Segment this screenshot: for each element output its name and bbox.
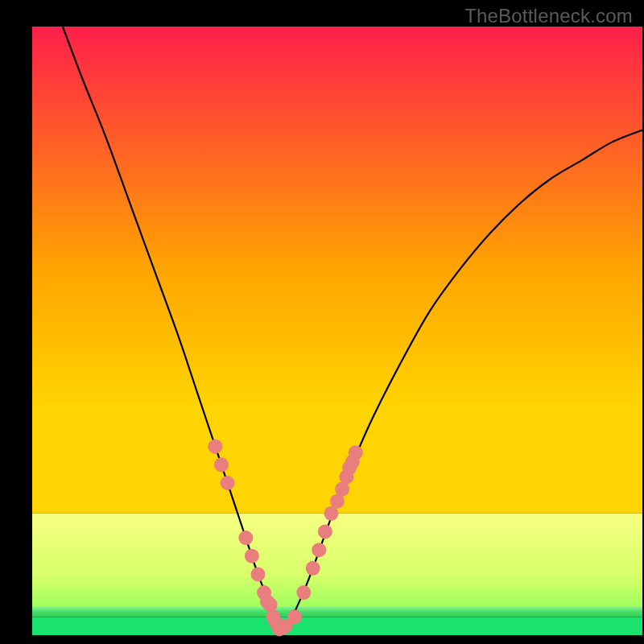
- highlight-dot: [312, 543, 326, 557]
- highlight-dot: [221, 476, 235, 490]
- chart-container: TheBottleneck.com: [0, 0, 644, 644]
- bottleneck-chart: [0, 0, 644, 644]
- highlight-dot: [208, 440, 222, 454]
- highlight-dot: [214, 457, 229, 472]
- highlight-dot: [306, 561, 320, 576]
- svg-rect-4: [32, 612, 642, 613]
- highlight-dot: [263, 597, 278, 612]
- watermark-text: TheBottleneck.com: [464, 5, 633, 27]
- highlight-dot: [238, 530, 253, 545]
- svg-rect-6: [32, 615, 642, 617]
- lower-band: [32, 514, 642, 617]
- svg-rect-0: [32, 617, 642, 635]
- highlight-dot: [245, 549, 259, 564]
- green-baseline: [32, 607, 642, 635]
- highlight-dot: [296, 585, 311, 600]
- highlight-dot: [250, 567, 265, 581]
- svg-rect-3: [32, 610, 642, 612]
- svg-rect-5: [32, 613, 642, 615]
- highlight-dot: [318, 524, 332, 539]
- svg-rect-2: [32, 609, 642, 610]
- highlight-dot: [349, 445, 363, 460]
- plot-background: [32, 27, 642, 514]
- svg-rect-1: [32, 607, 642, 609]
- highlight-dot: [287, 609, 302, 624]
